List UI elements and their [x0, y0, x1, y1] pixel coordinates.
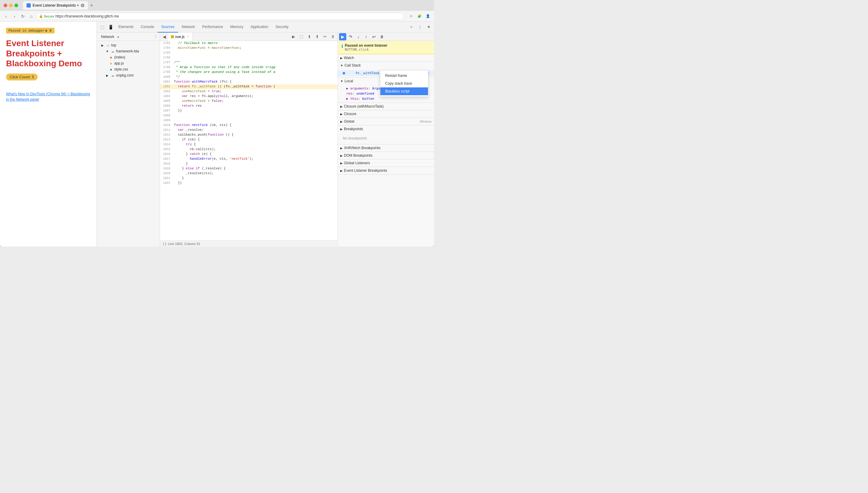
- code-line-1821: 1821 }: [160, 176, 338, 181]
- ctx-blackbox-script[interactable]: Blackbox script: [381, 87, 428, 95]
- closure-section: ▶ Closure: [338, 110, 434, 118]
- debugger-toolbar: ▶ ↷ ↓ ↑ ↩ ⏸: [338, 33, 434, 41]
- dom-breakpoints-header[interactable]: ▶ DOM Breakpoints: [338, 152, 434, 159]
- tree-item-stylecss[interactable]: ■ style.css: [97, 66, 160, 72]
- ctx-copy-stack-trace[interactable]: Copy stack trace: [381, 80, 428, 87]
- code-line-1802: 1802 return fn._withTask || (fn._withTas…: [160, 84, 338, 89]
- bookmark-button[interactable]: ☆: [408, 13, 415, 20]
- browser-tab[interactable]: Event Listener Breakpoints + ×: [23, 1, 88, 9]
- tab-performance[interactable]: Performance: [199, 22, 226, 33]
- editor-download-button[interactable]: ⬇: [306, 33, 313, 40]
- format-icon[interactable]: { }: [162, 242, 167, 246]
- devtools-inspect-button[interactable]: ⬚: [98, 23, 106, 31]
- resume-button[interactable]: ▶: [339, 33, 346, 40]
- closure-header[interactable]: ▶ Closure: [338, 110, 434, 117]
- editor-upload-button[interactable]: ⬆: [313, 33, 321, 40]
- step-over-button[interactable]: ↷: [347, 33, 354, 40]
- global-listeners-header[interactable]: ▶ Global Listeners: [338, 159, 434, 167]
- minimize-window-button[interactable]: [9, 4, 13, 7]
- devtools-close-button[interactable]: ✕: [425, 23, 433, 31]
- page-link-1[interactable]: What's New In DevTools (Chrome 66) > Bla…: [6, 91, 90, 102]
- tree-item-unpkg[interactable]: ▶ ☁ unpkg.com: [97, 72, 160, 78]
- watch-section: ▶ Watch: [338, 54, 434, 62]
- deactivate-breakpoints-button[interactable]: ⏸: [378, 33, 386, 40]
- file-tree-more-button[interactable]: »: [117, 35, 119, 39]
- back-button[interactable]: ‹: [2, 13, 9, 20]
- tree-item-top[interactable]: ▶ ▭ top: [97, 42, 160, 48]
- profile-button[interactable]: 👤: [425, 13, 432, 20]
- global-header[interactable]: ▶ Global Window: [338, 118, 434, 125]
- code-content[interactable]: 1793 // fallback to macro 1794 microTime…: [160, 41, 338, 240]
- tree-item-framework[interactable]: ▼ ☁ framework-bla: [97, 48, 160, 54]
- editor-nav-prev-button[interactable]: ◀: [160, 33, 169, 41]
- tab-console[interactable]: Console: [137, 22, 158, 33]
- xhr-breakpoints-header[interactable]: ▶ XHR/fetch Breakpoints: [338, 144, 434, 152]
- forward-button[interactable]: ›: [11, 13, 18, 20]
- click-count-badge[interactable]: Click Count: 5: [6, 73, 38, 81]
- call-stack-item-0[interactable]: fn._withTask.fn._withTask vue.js:1802 Re…: [338, 70, 434, 76]
- resume-icon[interactable]: ▶: [45, 29, 48, 33]
- code-line-1815: 1815 cb.call(ctx);: [160, 147, 338, 152]
- tab-memory[interactable]: Memory: [226, 22, 247, 33]
- event-listener-arrow-icon: ▶: [340, 169, 343, 172]
- editor-format-button[interactable]: ⬚: [298, 33, 305, 40]
- call-stack-section: ▼ Call Stack fn._withTask.fn._withTask v…: [338, 62, 434, 78]
- editor-edit-button[interactable]: ✏: [321, 33, 328, 40]
- tab-sources[interactable]: Sources: [158, 22, 178, 33]
- status-bar: { } Line 1802, Column 51: [160, 240, 338, 246]
- scope-this[interactable]: ▶ this: button: [338, 96, 434, 101]
- event-listener-breakpoints-header[interactable]: ▶ Event Listener Breakpoints: [338, 167, 434, 174]
- devtools-device-button[interactable]: 📱: [106, 23, 115, 31]
- breakpoints-header[interactable]: ▶ Breakpoints: [338, 125, 434, 133]
- tree-item-appjs[interactable]: ■ app.js: [97, 60, 160, 66]
- devtools-settings-button[interactable]: ⋮: [416, 23, 425, 31]
- xhr-breakpoints-label: XHR/fetch Breakpoints: [344, 146, 381, 150]
- new-tab-button[interactable]: +: [88, 2, 95, 9]
- address-bar[interactable]: 🔒 Secure https://framework-blackboxing.g…: [36, 13, 404, 20]
- editor-pause-toggle-button[interactable]: ⏸: [329, 33, 337, 40]
- editor-tab-close-button[interactable]: ×: [186, 35, 190, 39]
- extension-button[interactable]: 🧩: [416, 13, 423, 20]
- global-listeners-label: Global Listeners: [344, 161, 370, 165]
- navigation-bar: ‹ › ↻ ⌂ 🔒 Secure https://framework-black…: [0, 11, 434, 22]
- nav-right-controls: ☆ 🧩 👤: [408, 13, 432, 20]
- close-window-button[interactable]: [4, 4, 7, 7]
- debugger-content[interactable]: ▶ Watch ▼ Call Stack: [338, 54, 434, 246]
- tab-application[interactable]: Application: [247, 22, 272, 33]
- editor-tab-vuejs[interactable]: vue.js ×: [169, 33, 193, 41]
- code-line-1804: 1804 var res = fn.apply(null, arguments)…: [160, 94, 338, 99]
- code-line-1810: 1810 function nextTick (cb, ctx) {: [160, 123, 338, 128]
- tab-network[interactable]: Network: [178, 22, 199, 33]
- context-menu: Restart frame Copy stack trace Blackbox …: [380, 70, 428, 97]
- step-out-button[interactable]: ↑: [363, 33, 370, 40]
- tab-elements[interactable]: Elements: [115, 22, 137, 33]
- reload-button[interactable]: ↻: [19, 13, 26, 20]
- step-button[interactable]: ↩: [370, 33, 378, 40]
- closure-arrow-icon: ▶: [340, 112, 343, 116]
- watch-section-header[interactable]: ▶ Watch: [338, 54, 434, 62]
- home-button[interactable]: ⌂: [28, 13, 35, 20]
- closure-macro-header[interactable]: ▶ Closure (withMacroTask): [338, 103, 434, 110]
- paused-subtitle: BUTTON.click: [345, 48, 430, 51]
- tree-item-index[interactable]: ■ (index): [97, 54, 160, 60]
- global-listeners-arrow-icon: ▶: [340, 162, 343, 165]
- editor-play-button[interactable]: ▶: [290, 33, 297, 40]
- active-frame-indicator: [343, 72, 345, 74]
- tree-label-stylecss: style.css: [114, 67, 128, 71]
- code-line-1820: 1820 _resolve(ctx);: [160, 171, 338, 176]
- devtools-body: Network » ⋮ ▶ ▭ top: [97, 33, 434, 246]
- global-section: ▶ Global Window: [338, 118, 434, 125]
- tab-bar: Event Listener Breakpoints + × +: [23, 1, 430, 9]
- global-label: Global: [344, 119, 354, 124]
- more-tabs-button[interactable]: »: [407, 22, 416, 33]
- step-into-button[interactable]: ↓: [355, 33, 362, 40]
- call-stack-section-header[interactable]: ▼ Call Stack: [338, 62, 434, 69]
- tab-close-button[interactable]: ×: [81, 4, 84, 7]
- file-tree-menu-button[interactable]: ⋮: [154, 35, 157, 39]
- global-arrow-icon: ▶: [340, 120, 343, 123]
- pause-icon[interactable]: ⏸: [49, 29, 52, 33]
- maximize-window-button[interactable]: [15, 4, 18, 7]
- code-line-1805: 1805 useMacroTask = false;: [160, 99, 338, 104]
- tab-security[interactable]: Security: [272, 22, 292, 33]
- ctx-restart-frame[interactable]: Restart frame: [381, 72, 428, 80]
